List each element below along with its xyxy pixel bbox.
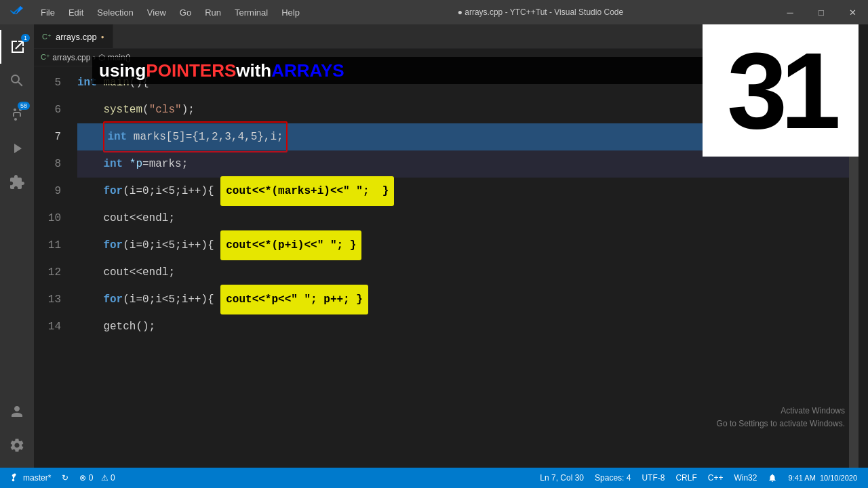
- title-using: using: [99, 60, 146, 81]
- line-num-5: 5: [34, 69, 61, 96]
- menu-selection[interactable]: Selection: [90, 0, 140, 24]
- title-with: with: [236, 60, 271, 81]
- activate-windows-watermark: Activate Windows Go to Settings to activ…: [717, 405, 845, 430]
- activity-bar: 1 58: [0, 24, 34, 468]
- code-line-12: cout<<endl;: [77, 259, 859, 286]
- account-icon[interactable]: [0, 394, 34, 428]
- status-language-label: C++: [708, 473, 724, 483]
- tab-file-icon: C⁺: [42, 33, 52, 41]
- status-position[interactable]: Ln 7, Col 30: [534, 468, 589, 488]
- status-spaces[interactable]: Spaces: 4: [589, 468, 636, 488]
- line-num-10: 10: [34, 205, 61, 232]
- activate-line2: Go to Settings to activate Windows.: [717, 418, 845, 430]
- line-num-9: 9: [34, 178, 61, 205]
- big-number-overlay: 31: [703, 24, 859, 157]
- menu-help[interactable]: Help: [275, 0, 307, 24]
- highlight-line-11: cout<<*(p+i)<<" "; }: [220, 230, 361, 260]
- code-line-9: for(i=0;i<5;i++){ cout<<*(marks+i)<<" ";…: [77, 178, 859, 205]
- minimize-button[interactable]: ─: [774, 0, 806, 24]
- menu-run[interactable]: Run: [198, 0, 228, 24]
- line-num-12: 12: [34, 259, 61, 286]
- tab-label: arrays.cpp: [56, 32, 97, 42]
- menu-file[interactable]: File: [34, 0, 62, 24]
- status-encoding[interactable]: UTF-8: [636, 468, 670, 488]
- run-debug-icon[interactable]: [0, 131, 34, 165]
- line-num-7: 7: [34, 123, 61, 150]
- breadcrumb-file[interactable]: arrays.cpp: [52, 53, 90, 62]
- status-time: 9:41 AM 10/10/2020: [783, 468, 863, 488]
- title-bar: File Edit Selection View Go Run Terminal…: [0, 0, 868, 24]
- extensions-icon[interactable]: [0, 165, 34, 199]
- status-platform[interactable]: Win32: [728, 468, 762, 488]
- tab-arrays-cpp[interactable]: C⁺ arrays.cpp ●: [34, 24, 113, 48]
- window-title: ● arrays.cpp - YTC++Tut - Visual Studio …: [307, 7, 774, 17]
- settings-icon[interactable]: [0, 428, 34, 462]
- search-icon[interactable]: [0, 64, 34, 98]
- status-language[interactable]: C++: [703, 468, 729, 488]
- status-branch-label: master*: [23, 473, 51, 483]
- status-branch[interactable]: master*: [5, 468, 56, 488]
- scrollbar[interactable]: [849, 108, 859, 468]
- status-notifications[interactable]: [762, 468, 783, 488]
- menu-terminal[interactable]: Terminal: [228, 0, 275, 24]
- line-num-8: 8: [34, 150, 61, 178]
- breadcrumb-file-icon: C⁺: [41, 53, 50, 62]
- maximize-button[interactable]: □: [806, 0, 837, 24]
- title-overlay: using POINTERS with ARRAYS: [92, 57, 703, 84]
- code-line-13: for(i=0;i<5;i++){ cout<<*p<<" "; p++; }: [77, 286, 859, 313]
- status-bar: master* ↻ ⊗ 0 ⚠ 0 Ln 7, Col 30 Spaces: 4…: [0, 468, 868, 488]
- status-encoding-label: UTF-8: [642, 473, 665, 483]
- line-num-11: 11: [34, 232, 61, 259]
- tab-modified-dot: ●: [101, 34, 104, 40]
- menu-view[interactable]: View: [140, 0, 173, 24]
- title-pointers: POINTERS: [146, 60, 236, 81]
- code-line-14: getch();: [77, 313, 859, 340]
- menu-go[interactable]: Go: [173, 0, 198, 24]
- activate-line1: Activate Windows: [717, 405, 845, 418]
- status-errors-label: ⊗ 0: [79, 473, 93, 483]
- line-num-13: 13: [34, 286, 61, 313]
- status-sync-icon: ↻: [62, 473, 68, 483]
- status-spaces-label: Spaces: 4: [595, 473, 631, 483]
- app-icon: [0, 5, 34, 19]
- line-numbers: 5 6 7 8 9 10 11 12 13 14: [34, 66, 72, 468]
- menu-edit[interactable]: Edit: [62, 0, 90, 24]
- status-errors[interactable]: ⊗ 0 ⚠ 0: [74, 468, 120, 488]
- status-platform-label: Win32: [734, 473, 757, 483]
- editor-area: C⁺ arrays.cpp ● C⁺ arrays.cpp › ⬡ main()…: [34, 24, 859, 468]
- highlight-line-9: cout<<*(marks+i)<<" "; }: [220, 176, 394, 206]
- close-button[interactable]: ✕: [837, 0, 868, 24]
- code-line-11: for(i=0;i<5;i++){ cout<<*(p+i)<<" "; }: [77, 232, 859, 259]
- title-arrays: ARRAYS: [271, 60, 344, 81]
- status-line-ending[interactable]: CRLF: [670, 468, 702, 488]
- highlight-line-13: cout<<*p<<" "; p++; }: [220, 285, 368, 314]
- source-control-icon[interactable]: 58: [0, 98, 34, 131]
- line-num-6: 6: [34, 96, 61, 123]
- source-control-badge: 58: [18, 102, 30, 110]
- explorer-icon[interactable]: 1: [0, 30, 34, 64]
- explorer-badge: 1: [21, 34, 30, 42]
- status-warnings-label: ⚠ 0: [101, 473, 115, 483]
- status-sync[interactable]: ↻: [56, 468, 74, 488]
- line-num-14: 14: [34, 313, 61, 340]
- code-line-10: cout<<endl;: [77, 205, 859, 232]
- menu-bar: File Edit Selection View Go Run Terminal…: [34, 0, 307, 24]
- status-line-ending-label: CRLF: [675, 473, 696, 483]
- status-position-label: Ln 7, Col 30: [540, 473, 584, 483]
